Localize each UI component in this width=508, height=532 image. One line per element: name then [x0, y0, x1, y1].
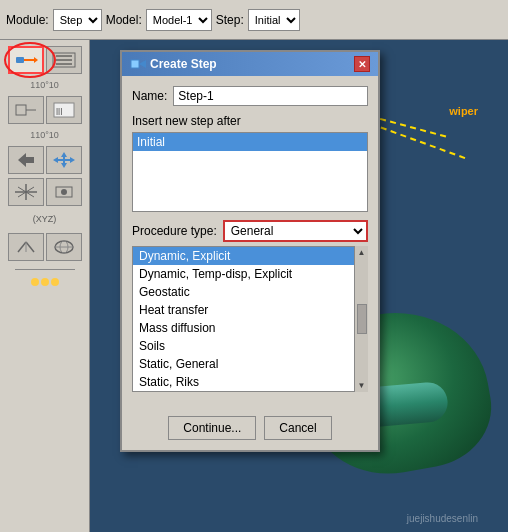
svg-rect-7 — [16, 105, 26, 115]
sidebar-label-2: 110°10 — [30, 130, 59, 140]
step-label: Step: — [216, 13, 244, 27]
model-select[interactable]: Model-1 — [146, 9, 212, 31]
dot-3 — [51, 278, 59, 286]
dropdown-item-3[interactable]: Heat transfer — [133, 301, 367, 319]
dropdown-item-5[interactable]: Soils — [133, 337, 367, 355]
yellow-line-2 — [371, 123, 466, 159]
name-input[interactable] — [173, 86, 368, 106]
svg-marker-2 — [34, 57, 38, 63]
module-label: Module: — [6, 13, 49, 27]
model-label: Model: — [106, 13, 142, 27]
left-sidebar: 110°10 ||| 110°10 — [0, 40, 90, 532]
sidebar-icon-step[interactable] — [8, 46, 44, 74]
dialog-body: Name: Insert new step after Initial Proc… — [122, 76, 378, 410]
xyz-label: (XYZ) — [33, 214, 57, 225]
sidebar-row-5 — [8, 233, 82, 261]
name-row: Name: — [132, 86, 368, 106]
sidebar-icon-move[interactable] — [46, 146, 82, 174]
sidebar-label-1: 110°10 — [30, 80, 59, 90]
sidebar-icon-5[interactable] — [8, 178, 44, 206]
dot-1 — [31, 278, 39, 286]
svg-marker-11 — [18, 153, 34, 167]
step-select[interactable]: Initial — [248, 9, 300, 31]
create-step-dialog: Create Step ✕ Name: Insert new step afte… — [120, 50, 380, 452]
sidebar-icon-7[interactable] — [8, 233, 44, 261]
insert-label: Insert new step after — [132, 114, 368, 128]
dialog-title-content: Create Step — [130, 56, 217, 72]
dropdown-item-0[interactable]: Dynamic, Explicit — [133, 247, 367, 265]
cancel-button[interactable]: Cancel — [264, 416, 331, 440]
name-label: Name: — [132, 89, 167, 103]
scroll-up-icon[interactable]: ▲ — [358, 248, 366, 257]
svg-line-19 — [18, 242, 26, 252]
sidebar-icon-4[interactable]: ||| — [46, 96, 82, 124]
module-select[interactable]: Step — [53, 9, 102, 31]
svg-marker-12 — [53, 152, 75, 168]
procedure-select[interactable]: General — [223, 220, 368, 242]
dropdown-item-7[interactable]: Static, Riks — [133, 373, 367, 391]
svg-point-18 — [61, 189, 67, 195]
dropdown-item-6[interactable]: Static, General — [133, 355, 367, 373]
dropdown-item-1[interactable]: Dynamic, Temp-disp, Explicit — [133, 265, 367, 283]
scroll-down-icon[interactable]: ▼ — [358, 381, 366, 390]
step-listbox[interactable]: Initial — [132, 132, 368, 212]
sidebar-row-3 — [8, 146, 82, 174]
top-toolbar: Module: Step Model: Model-1 Step: Initia… — [0, 0, 508, 40]
procedure-label: Procedure type: — [132, 224, 217, 238]
scroll-thumb — [357, 304, 367, 334]
procedure-row: Procedure type: General — [132, 220, 368, 242]
sidebar-divider — [15, 269, 75, 270]
listbox-item-initial[interactable]: Initial — [133, 133, 367, 151]
wiper-text: wiper — [449, 105, 478, 117]
sidebar-icon-3[interactable] — [8, 96, 44, 124]
dropdown-item-4[interactable]: Mass diffusion — [133, 319, 367, 337]
dialog-title-bar: Create Step ✕ — [122, 52, 378, 76]
sidebar-icon-alt[interactable] — [46, 46, 82, 74]
watermark-text: juejishudesenlin — [407, 513, 478, 524]
svg-rect-25 — [131, 60, 139, 68]
sidebar-row-4 — [8, 178, 82, 206]
dropdown-container: Dynamic, Explicit Dynamic, Temp-disp, Ex… — [132, 246, 368, 392]
dialog-title-text: Create Step — [150, 57, 217, 71]
dialog-footer: Continue... Cancel — [122, 410, 378, 450]
sidebar-dots — [31, 278, 59, 286]
continue-button[interactable]: Continue... — [168, 416, 256, 440]
sidebar-row-1 — [8, 46, 82, 74]
sidebar-icon-arrow[interactable] — [8, 146, 44, 174]
sidebar-icon-8[interactable] — [46, 233, 82, 261]
dropdown-item-2[interactable]: Geostatic — [133, 283, 367, 301]
sidebar-icon-6[interactable] — [46, 178, 82, 206]
sidebar-row-2: ||| — [8, 96, 82, 124]
svg-line-20 — [26, 242, 34, 252]
dialog-close-button[interactable]: ✕ — [354, 56, 370, 72]
svg-marker-26 — [139, 60, 146, 68]
svg-rect-0 — [16, 57, 24, 63]
dot-2 — [41, 278, 49, 286]
svg-text:|||: ||| — [56, 106, 62, 115]
dialog-title-icon — [130, 56, 146, 72]
procedure-dropdown[interactable]: Dynamic, Explicit Dynamic, Temp-disp, Ex… — [132, 246, 368, 392]
dropdown-scrollbar[interactable]: ▲ ▼ — [354, 246, 368, 392]
